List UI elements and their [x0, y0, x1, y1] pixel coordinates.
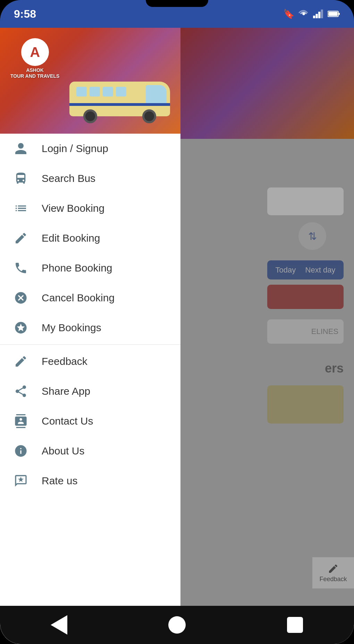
recent-square-icon: [287, 617, 303, 633]
signal-icon: [313, 9, 323, 18]
logo-circle: A: [21, 38, 49, 66]
logo-line1: ASHOK: [10, 67, 59, 73]
bus-windshield: [146, 85, 167, 104]
wifi-icon: [298, 9, 309, 19]
rate-icon: [10, 470, 31, 491]
menu-item-view-booking[interactable]: View Booking: [0, 193, 180, 223]
menu-label-view-booking: View Booking: [42, 202, 104, 214]
phone-frame: 9:58 🔖: [0, 0, 354, 644]
back-triangle-icon: [51, 615, 67, 635]
bus-window: [103, 87, 113, 97]
menu-label-feedback: Feedback: [42, 356, 87, 367]
notch: [146, 0, 208, 7]
svg-rect-2: [316, 14, 318, 18]
menu-label-search-bus: Search Bus: [42, 173, 95, 184]
bus-icon: [10, 168, 31, 189]
menu-item-login[interactable]: Login / Signup: [0, 134, 180, 164]
drawer-header: A ASHOK TOUR AND TRAVELS: [0, 28, 180, 134]
menu-label-edit-booking: Edit Booking: [42, 232, 100, 244]
bus-window: [76, 87, 87, 97]
menu-label-rate-us: Rate us: [42, 475, 77, 487]
home-button[interactable]: [163, 611, 191, 639]
menu-item-phone-booking[interactable]: Phone Booking: [0, 253, 180, 283]
menu-label-share-app: Share App: [42, 385, 90, 397]
feedback-icon: [10, 351, 31, 372]
menu-label-about-us: About Us: [42, 445, 84, 457]
bus-illustration: [69, 75, 174, 123]
bus-wheel-right: [142, 109, 156, 123]
bus-stripe: [69, 103, 170, 106]
svg-rect-3: [318, 12, 320, 18]
svg-rect-6: [338, 13, 340, 15]
menu-label-cancel-booking: Cancel Booking: [42, 292, 115, 304]
contact-icon: [10, 411, 31, 432]
cancel-icon: [10, 287, 31, 308]
bus-wheel-left: [83, 109, 97, 123]
status-time: 9:58: [14, 8, 36, 20]
logo-text: ASHOK TOUR AND TRAVELS: [10, 67, 59, 79]
menu-item-contact-us[interactable]: Contact Us: [0, 406, 180, 436]
menu-item-my-bookings[interactable]: My Bookings: [0, 313, 180, 343]
menu-item-search-bus[interactable]: Search Bus: [0, 164, 180, 193]
logo-line2: TOUR AND TRAVELS: [10, 73, 59, 79]
svg-rect-7: [328, 12, 338, 16]
menu-item-edit-booking[interactable]: Edit Booking: [0, 223, 180, 253]
bus-windows: [76, 87, 126, 97]
drawer-menu: Login / Signup Search Bus View Booking: [0, 134, 180, 644]
logo-symbol: A: [30, 44, 40, 60]
menu-item-rate-us[interactable]: Rate us: [0, 466, 180, 496]
menu-item-feedback[interactable]: Feedback: [0, 346, 180, 376]
menu-item-cancel-booking[interactable]: Cancel Booking: [0, 283, 180, 313]
back-button[interactable]: [45, 611, 73, 639]
home-circle-icon: [168, 616, 186, 634]
menu-label-phone-booking: Phone Booking: [42, 262, 112, 274]
phone-icon: [10, 258, 31, 278]
recent-button[interactable]: [281, 611, 309, 639]
bus-window: [116, 87, 126, 97]
person-icon: [10, 138, 31, 159]
list-icon: [10, 198, 31, 219]
bus-window: [90, 87, 100, 97]
sim-icon: 🔖: [283, 9, 294, 19]
svg-rect-1: [313, 16, 315, 18]
menu-divider: [0, 344, 180, 345]
svg-rect-4: [321, 10, 323, 18]
menu-label-contact-us: Contact Us: [42, 415, 93, 427]
info-icon: [10, 441, 31, 461]
battery-icon: [328, 10, 340, 18]
menu-label-login: Login / Signup: [42, 143, 108, 154]
share-icon: [10, 381, 31, 402]
drawer-logo: A ASHOK TOUR AND TRAVELS: [10, 38, 59, 79]
nav-bar: [0, 606, 354, 644]
edit-icon: [10, 228, 31, 249]
bus-body: [69, 82, 170, 116]
menu-label-my-bookings: My Bookings: [42, 322, 101, 334]
status-icons: 🔖: [283, 9, 340, 19]
main-content: ⇅ Today Next day ELINES ers Feedback: [0, 28, 354, 644]
menu-item-share-app[interactable]: Share App: [0, 376, 180, 406]
menu-item-about-us[interactable]: About Us: [0, 436, 180, 466]
star-icon: [10, 317, 31, 338]
side-drawer: A ASHOK TOUR AND TRAVELS: [0, 28, 180, 644]
